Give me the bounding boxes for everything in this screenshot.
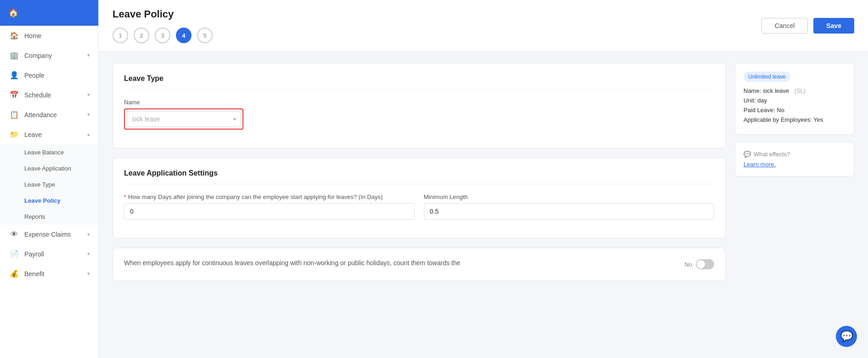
leave-submenu: Leave Balance Leave Application Leave Ty… bbox=[0, 144, 98, 225]
learn-more-link[interactable]: Learn more. bbox=[744, 161, 776, 168]
sidebar-item-leave-type[interactable]: Leave Type bbox=[0, 176, 98, 193]
name-form-group: Name sick leave bbox=[124, 99, 714, 130]
info-paid-row: Paid Leave: No bbox=[744, 107, 845, 114]
sidebar-sub-item-label: Leave Policy bbox=[24, 197, 61, 204]
action-buttons: Cancel Save bbox=[761, 18, 854, 34]
days-input[interactable] bbox=[124, 203, 415, 220]
info-unit-row: Unit: day bbox=[744, 97, 845, 104]
sidebar-item-label: People bbox=[24, 72, 45, 79]
sidebar-item-leave-application[interactable]: Leave Application bbox=[0, 160, 98, 176]
sidebar-header: 🏠 bbox=[0, 0, 98, 26]
chat-button[interactable]: 💬 bbox=[836, 326, 857, 347]
sidebar: 🏠 🏠 Home 🏢 Company ▾ 👤 People 📅 Schedule… bbox=[0, 0, 99, 358]
company-icon: 🏢 bbox=[10, 51, 19, 60]
step-4[interactable]: 4 bbox=[176, 28, 192, 43]
leave-icon: 📁 bbox=[10, 130, 19, 139]
days-form-group: *How many Days after joining the company… bbox=[124, 193, 415, 220]
sidebar-sub-item-label: Leave Type bbox=[24, 181, 55, 188]
info-unit-label: Unit: bbox=[744, 97, 756, 104]
info-name-value: sick leave bbox=[763, 87, 789, 94]
info-name-row: Name: sick leave (SL) bbox=[744, 87, 845, 94]
min-length-input[interactable] bbox=[424, 203, 715, 220]
overlap-section: When employees apply for continuous leav… bbox=[113, 248, 726, 281]
step-5[interactable]: 5 bbox=[197, 28, 213, 43]
name-label: Name bbox=[124, 99, 714, 106]
min-length-label: Minimum Length bbox=[424, 193, 715, 200]
sidebar-item-label: Payroll bbox=[24, 250, 44, 258]
cancel-button[interactable]: Cancel bbox=[761, 18, 808, 34]
chevron-down-icon: ▾ bbox=[87, 92, 90, 98]
sidebar-item-company[interactable]: 🏢 Company ▾ bbox=[0, 45, 98, 65]
content-main: Leave Type Name sick leave Leave Applica… bbox=[113, 63, 726, 347]
sidebar-item-expense-claims[interactable]: 👁 Expense Claims ▾ bbox=[0, 225, 98, 244]
settings-form-row: *How many Days after joining the company… bbox=[124, 193, 714, 227]
sidebar-item-schedule[interactable]: 📅 Schedule ▾ bbox=[0, 85, 98, 105]
sidebar-item-reports[interactable]: Reports bbox=[0, 209, 98, 225]
app-icon: 🏠 bbox=[8, 8, 18, 18]
sidebar-item-home[interactable]: 🏠 Home bbox=[0, 26, 98, 45]
effects-card: 💬 What effects? Learn more. bbox=[735, 142, 854, 176]
leave-app-settings-card: Leave Application Settings *How many Day… bbox=[113, 158, 726, 239]
unlimited-badge: Unlimited leave bbox=[744, 72, 790, 82]
sidebar-item-payroll[interactable]: 📄 Payroll ▾ bbox=[0, 244, 98, 264]
info-applicable-row: Applicable by Employees: Yes bbox=[744, 116, 845, 123]
name-select-border: sick leave bbox=[124, 108, 243, 130]
effects-icon: 💬 bbox=[744, 151, 751, 158]
min-length-form-group: Minimum Length bbox=[424, 193, 715, 220]
home-icon: 🏠 bbox=[10, 31, 19, 40]
save-button[interactable]: Save bbox=[813, 18, 854, 34]
sidebar-item-benefit[interactable]: 💰 Benefit ▾ bbox=[0, 264, 98, 284]
name-select-wrapper: sick leave bbox=[127, 111, 241, 127]
step-indicator: 1 2 3 4 5 bbox=[113, 28, 213, 43]
sidebar-item-label: Attendance bbox=[24, 111, 57, 119]
chevron-down-icon: ▾ bbox=[87, 232, 90, 238]
sidebar-item-label: Expense Claims bbox=[24, 231, 71, 238]
sidebar-item-attendance[interactable]: 📋 Attendance ▾ bbox=[0, 105, 98, 125]
info-applicable-label: Applicable by Employees: bbox=[744, 116, 812, 123]
chevron-down-icon: ▾ bbox=[87, 112, 90, 118]
name-select[interactable]: sick leave bbox=[127, 111, 241, 127]
chevron-down-icon: ▾ bbox=[87, 271, 90, 277]
step-3[interactable]: 3 bbox=[155, 28, 170, 43]
sidebar-item-leave-balance[interactable]: Leave Balance bbox=[0, 144, 98, 160]
overlap-text: When employees apply for continuous leav… bbox=[124, 259, 675, 267]
topbar-left: Leave Policy 1 2 3 4 5 bbox=[113, 8, 213, 43]
topbar: Leave Policy 1 2 3 4 5 Cancel Save bbox=[99, 0, 868, 52]
chevron-down-icon: ▾ bbox=[87, 251, 90, 257]
days-label: *How many Days after joining the company… bbox=[124, 193, 415, 200]
leave-app-settings-title: Leave Application Settings bbox=[124, 169, 714, 184]
toggle-no-label: No bbox=[684, 261, 692, 268]
chevron-up-icon: ▴ bbox=[87, 131, 90, 137]
info-unit-value: day bbox=[757, 97, 767, 104]
sidebar-item-label: Leave bbox=[24, 131, 42, 138]
info-name-label: Name: bbox=[744, 87, 761, 94]
sidebar-item-label: Home bbox=[24, 32, 41, 40]
info-card: Unlimited leave Name: sick leave (SL) Un… bbox=[735, 63, 854, 135]
overlap-toggle[interactable] bbox=[696, 259, 714, 269]
sidebar-item-leave-policy[interactable]: Leave Policy bbox=[0, 193, 98, 209]
info-applicable-value: Yes bbox=[813, 116, 823, 123]
leave-type-card-title: Leave Type bbox=[124, 74, 714, 90]
sidebar-item-label: Schedule bbox=[24, 91, 51, 99]
sidebar-sub-item-label: Leave Application bbox=[24, 165, 71, 172]
step-1[interactable]: 1 bbox=[113, 28, 128, 43]
info-paid-value: No bbox=[777, 107, 784, 114]
effects-title-text: What effects? bbox=[754, 151, 790, 158]
sidebar-item-label: Company bbox=[24, 52, 52, 59]
chevron-down-icon: ▾ bbox=[87, 52, 90, 58]
step-2[interactable]: 2 bbox=[134, 28, 149, 43]
leave-type-card: Leave Type Name sick leave bbox=[113, 63, 726, 148]
schedule-icon: 📅 bbox=[10, 91, 19, 99]
info-abbr: (SL) bbox=[795, 87, 806, 94]
page-title: Leave Policy bbox=[113, 8, 213, 20]
sidebar-sub-item-label: Leave Balance bbox=[24, 149, 64, 156]
main-content: Leave Policy 1 2 3 4 5 Cancel Save Leave… bbox=[99, 0, 868, 358]
info-paid-label: Paid Leave: bbox=[744, 107, 775, 114]
days-label-text: How many Days after joining the company … bbox=[128, 193, 383, 200]
benefit-icon: 💰 bbox=[10, 269, 19, 278]
sidebar-item-leave[interactable]: 📁 Leave ▴ bbox=[0, 125, 98, 144]
sidebar-item-people[interactable]: 👤 People bbox=[0, 65, 98, 85]
side-panel: Unlimited leave Name: sick leave (SL) Un… bbox=[735, 63, 854, 347]
effects-title: 💬 What effects? bbox=[744, 151, 845, 158]
sidebar-item-label: Benefit bbox=[24, 270, 45, 278]
